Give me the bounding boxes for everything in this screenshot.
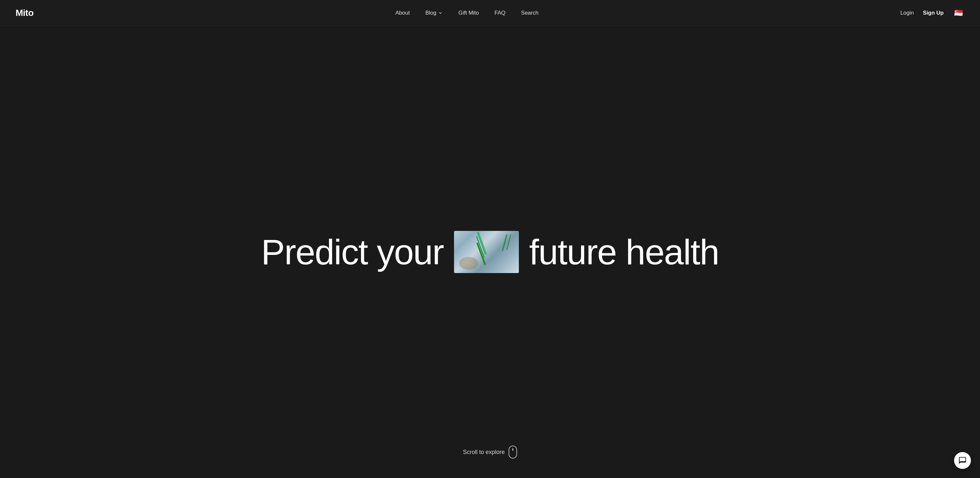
login-link[interactable]: Login — [900, 10, 914, 16]
hero-headline: Predict your future health — [0, 231, 980, 273]
chevron-down-icon — [438, 11, 443, 15]
brand-logo[interactable]: Mito — [16, 8, 34, 18]
hero-text-left: Predict your — [261, 234, 444, 270]
signup-link[interactable]: Sign Up — [923, 10, 944, 16]
scroll-mouse-icon — [509, 446, 517, 459]
navigation: Mito About Blog Gift Mito FAQ Search Log… — [0, 0, 980, 26]
nav-link-faq[interactable]: FAQ — [495, 10, 506, 16]
chat-icon — [958, 456, 967, 465]
country-selector[interactable]: 🇸🇬 — [953, 7, 964, 19]
nav-right-actions: Login Sign Up 🇸🇬 — [900, 7, 964, 19]
nav-link-blog[interactable]: Blog — [425, 10, 443, 16]
scroll-indicator: Scroll to explore — [463, 446, 517, 459]
hero-image — [454, 231, 519, 273]
nav-center-links: About Blog Gift Mito FAQ Search — [395, 10, 539, 16]
hero-section: Predict your future health Scroll to exp… — [0, 0, 980, 478]
nav-link-gift[interactable]: Gift Mito — [458, 10, 479, 16]
scroll-label: Scroll to explore — [463, 449, 504, 456]
hero-text-right: future health — [529, 234, 719, 270]
nav-link-search[interactable]: Search — [521, 10, 539, 16]
chat-bubble-button[interactable] — [954, 452, 971, 469]
nav-link-about[interactable]: About — [395, 10, 410, 16]
